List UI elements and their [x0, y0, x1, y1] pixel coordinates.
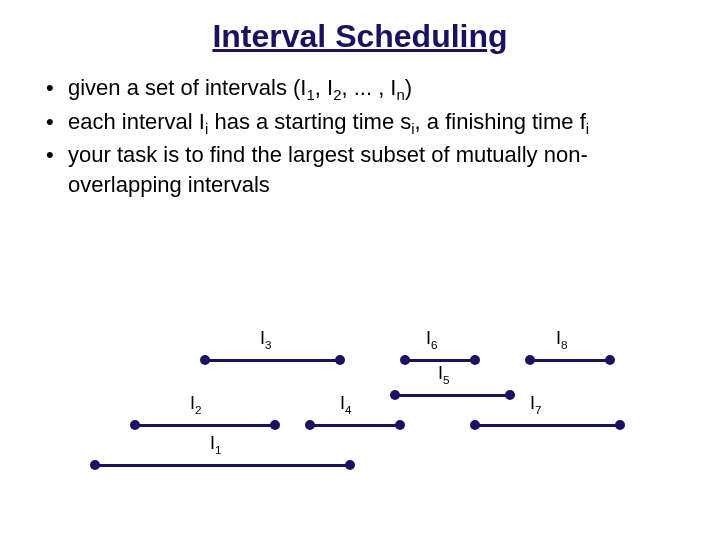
- interval-I5: [395, 385, 510, 405]
- label-I6: I6: [426, 328, 438, 349]
- endpoint-icon: [470, 355, 480, 365]
- text: each interval I: [68, 109, 205, 134]
- bullet-3: your task is to find the largest subset …: [44, 140, 676, 199]
- subscript: 4: [345, 403, 352, 416]
- text: ): [405, 75, 412, 100]
- label-I7: I7: [530, 393, 542, 414]
- subscript: 1: [215, 443, 222, 456]
- slide-title: Interval Scheduling: [0, 0, 720, 55]
- subscript: 6: [431, 338, 438, 351]
- text: has a starting time s: [208, 109, 411, 134]
- bar-icon: [205, 359, 340, 362]
- endpoint-icon: [270, 420, 280, 430]
- label-I5: I5: [438, 363, 450, 384]
- interval-diagram: I3 I6 I8 I5: [0, 330, 720, 530]
- label-I4: I4: [340, 393, 352, 414]
- bar-icon: [405, 359, 475, 362]
- bullet-2: each interval Ii has a starting time si,…: [44, 107, 676, 137]
- subscript: 8: [561, 338, 568, 351]
- endpoint-icon: [525, 355, 535, 365]
- bar-icon: [395, 394, 510, 397]
- endpoint-icon: [505, 390, 515, 400]
- endpoint-icon: [345, 460, 355, 470]
- endpoint-icon: [390, 390, 400, 400]
- endpoint-icon: [395, 420, 405, 430]
- label-I2: I2: [190, 393, 202, 414]
- bar-icon: [310, 424, 400, 427]
- interval-I3: [205, 350, 340, 370]
- subscript: 7: [535, 403, 542, 416]
- text: given a set of intervals (I: [68, 75, 306, 100]
- text: , ... , I: [341, 75, 396, 100]
- endpoint-icon: [200, 355, 210, 365]
- interval-I8: [530, 350, 610, 370]
- interval-I1: [95, 455, 350, 475]
- bar-icon: [135, 424, 275, 427]
- text: , I: [315, 75, 333, 100]
- bullet-list: given a set of intervals (I1, I2, ... , …: [44, 73, 676, 200]
- subscript: i: [586, 120, 589, 137]
- interval-I7: [475, 415, 620, 435]
- endpoint-icon: [605, 355, 615, 365]
- bar-icon: [530, 359, 610, 362]
- bullet-1: given a set of intervals (I1, I2, ... , …: [44, 73, 676, 103]
- subscript: 2: [195, 403, 202, 416]
- interval-I2: [135, 415, 275, 435]
- endpoint-icon: [470, 420, 480, 430]
- bar-icon: [95, 464, 350, 467]
- endpoint-icon: [400, 355, 410, 365]
- endpoint-icon: [130, 420, 140, 430]
- bar-icon: [475, 424, 620, 427]
- subscript: 1: [306, 86, 314, 103]
- endpoint-icon: [335, 355, 345, 365]
- endpoint-icon: [90, 460, 100, 470]
- slide: Interval Scheduling given a set of inter…: [0, 0, 720, 540]
- subscript: 3: [265, 338, 272, 351]
- interval-I4: [310, 415, 400, 435]
- label-I8: I8: [556, 328, 568, 349]
- endpoint-icon: [305, 420, 315, 430]
- label-I1: I1: [210, 433, 222, 454]
- endpoint-icon: [615, 420, 625, 430]
- label-I3: I3: [260, 328, 272, 349]
- subscript: n: [396, 86, 404, 103]
- text: , a finishing time f: [415, 109, 586, 134]
- subscript: 5: [443, 373, 450, 386]
